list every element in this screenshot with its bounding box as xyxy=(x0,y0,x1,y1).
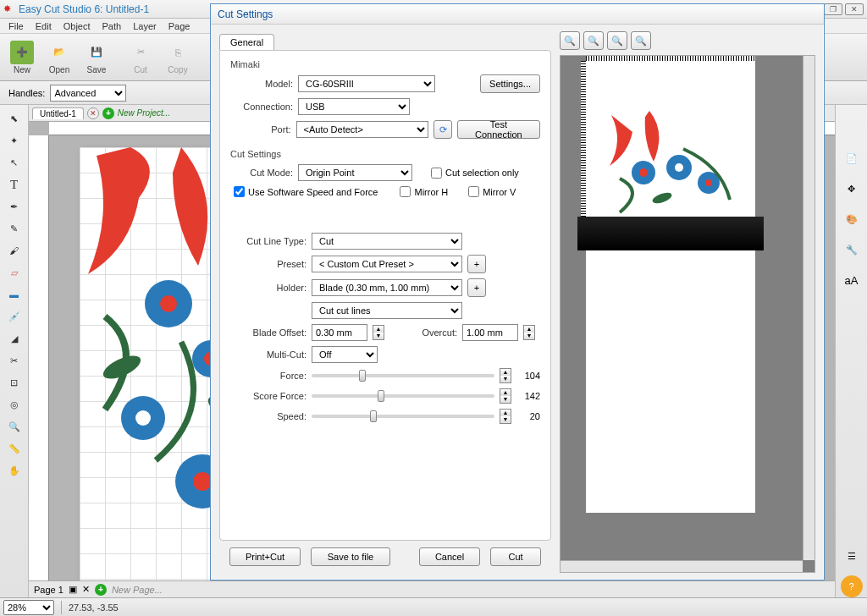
gradient-tool[interactable]: ◢ xyxy=(4,328,25,349)
window-title: Easy Cut Studio 6: Untitled-1 xyxy=(19,3,149,15)
zoom-out-button[interactable]: 🔍 xyxy=(583,31,604,50)
tab-untitled[interactable]: Untitled-1 xyxy=(32,107,84,119)
multicut-select[interactable]: Off xyxy=(312,346,378,363)
preview-scrollbar-v[interactable] xyxy=(803,56,815,560)
cancel-button[interactable]: Cancel xyxy=(419,547,480,566)
speed-spinner[interactable]: ▲▼ xyxy=(500,409,511,424)
scoreforce-spinner[interactable]: ▲▼ xyxy=(500,388,511,404)
pen-tool[interactable]: ✒ xyxy=(4,196,25,217)
zoom-fit-button[interactable]: 🔍 xyxy=(607,31,627,50)
toolbar-save[interactable]: 💾Save xyxy=(78,41,115,74)
cut-preview[interactable] xyxy=(560,55,815,573)
cutmode-select[interactable]: Origin Point xyxy=(298,164,412,181)
offset-input[interactable] xyxy=(312,324,367,341)
cut-button[interactable]: Cut xyxy=(490,547,541,566)
dialog-button-row: Print+Cut Save to file Cancel Cut xyxy=(219,541,551,573)
menu-edit[interactable]: Edit xyxy=(30,21,57,31)
offset-spinner[interactable]: ▲▼ xyxy=(373,325,384,340)
page-add-icon[interactable]: + xyxy=(95,584,107,596)
text-panel-icon[interactable]: aA xyxy=(841,269,863,291)
preview-scrollbar-h[interactable] xyxy=(561,560,803,572)
brush-tool[interactable]: 🖌 xyxy=(4,240,25,261)
zoom-sel-icon: 🔍 xyxy=(635,36,647,47)
toolbar-open[interactable]: 📂Open xyxy=(41,41,78,74)
overcut-input[interactable] xyxy=(462,324,518,341)
close-button[interactable]: ✕ xyxy=(845,3,864,15)
force-slider[interactable] xyxy=(312,374,494,377)
mirror-h-checkbox[interactable]: Mirror H xyxy=(400,186,448,197)
cut-selection-checkbox[interactable]: Cut selection only xyxy=(431,168,519,179)
holder2-select[interactable]: Cut cut lines xyxy=(312,302,462,319)
mirror-v-checkbox[interactable]: Mirror V xyxy=(468,186,516,197)
tab-new-label[interactable]: New Project... xyxy=(118,108,170,118)
preview-artwork xyxy=(603,107,738,217)
use-software-speed-checkbox[interactable]: Use Software Speed and Force xyxy=(234,186,378,197)
zoom-select[interactable]: 28% xyxy=(3,600,54,615)
holder-select[interactable]: Blade (0.30 mm, 1.00 mm) xyxy=(312,279,462,296)
preview-ruler-left xyxy=(581,61,586,230)
speed-slider[interactable] xyxy=(312,415,494,418)
page-label[interactable]: Page 1 xyxy=(34,585,64,595)
preset-add-button[interactable]: + xyxy=(467,255,486,273)
eyedropper-tool[interactable]: 💉 xyxy=(4,306,25,327)
tab-add-icon[interactable]: + xyxy=(102,107,114,119)
scoreforce-slider[interactable] xyxy=(312,394,494,398)
knife-tool[interactable]: ✂ xyxy=(4,350,25,371)
menu-file[interactable]: File xyxy=(3,21,29,31)
savefile-button[interactable]: Save to file xyxy=(311,547,390,566)
edit-tool[interactable]: ✦ xyxy=(4,130,25,151)
port-select[interactable]: <Auto Detect> xyxy=(296,121,429,138)
tab-close-icon[interactable]: ✕ xyxy=(87,107,99,119)
page-close-icon[interactable]: ✕ xyxy=(82,584,90,595)
preset-select[interactable]: < Custom Cut Preset > xyxy=(312,256,462,272)
shape-tool[interactable]: ◎ xyxy=(4,394,25,415)
move-panel-icon[interactable]: ✥ xyxy=(841,178,863,200)
right-toolbox: 📄 ✥ 🎨 🔧 aA ☰ ? xyxy=(835,105,867,597)
select-tool[interactable]: ⬉ xyxy=(4,108,25,129)
preview-ruler-top xyxy=(586,56,755,61)
page-new-label[interactable]: New Page... xyxy=(112,585,163,595)
help-icon[interactable]: ? xyxy=(841,575,863,597)
menu-page[interactable]: Page xyxy=(163,21,196,31)
zoom-sel-button[interactable]: 🔍 xyxy=(631,31,651,50)
svg-point-1 xyxy=(160,295,177,312)
left-toolbox: ⬉ ✦ ↖ T ✒ ✎ 🖌 ▱ ▬ 💉 ◢ ✂ ⊡ ◎ 🔍 📏 ✋ xyxy=(0,105,29,597)
toolbar-copy[interactable]: ⎘Copy xyxy=(159,41,196,74)
toolbar-cut[interactable]: ✂Cut xyxy=(122,41,159,74)
layers-panel-icon[interactable]: ☰ xyxy=(841,545,863,567)
ruler-tool[interactable]: 📏 xyxy=(4,438,25,459)
force-spinner[interactable]: ▲▼ xyxy=(500,368,511,383)
tab-general[interactable]: General xyxy=(219,34,274,50)
zoom-fit-icon: 🔍 xyxy=(611,36,623,47)
page-options-icon[interactable]: ▣ xyxy=(69,584,77,595)
color-panel-icon[interactable]: 🎨 xyxy=(841,208,863,230)
pointer-tool[interactable]: ↖ xyxy=(4,152,25,173)
port-label: Port: xyxy=(230,124,291,135)
menu-layer[interactable]: Layer xyxy=(128,21,162,31)
holder-add-button[interactable]: + xyxy=(467,278,486,297)
connection-select[interactable]: USB xyxy=(298,98,410,115)
speed-value: 20 xyxy=(516,411,540,421)
printcut-button[interactable]: Print+Cut xyxy=(229,547,301,566)
settings-button[interactable]: Settings... xyxy=(480,74,540,93)
refresh-port-button[interactable]: ⟳ xyxy=(434,120,451,139)
node-tool[interactable]: ⊡ xyxy=(4,372,25,393)
text-tool[interactable]: T xyxy=(4,174,25,195)
pencil-tool[interactable]: ✎ xyxy=(4,218,25,239)
zoom-tool[interactable]: 🔍 xyxy=(4,416,25,437)
hand-tool[interactable]: ✋ xyxy=(4,460,25,481)
maximize-button[interactable]: ❐ xyxy=(824,3,842,15)
zoom-in-button[interactable]: 🔍 xyxy=(560,31,580,50)
rect-tool[interactable]: ▬ xyxy=(4,284,25,305)
menu-object[interactable]: Object xyxy=(58,21,96,31)
test-connection-button[interactable]: Test Connection xyxy=(457,120,540,139)
toolbar-new[interactable]: ➕New xyxy=(3,41,41,74)
overcut-spinner[interactable]: ▲▼ xyxy=(523,325,535,340)
settings-panel-icon[interactable]: 🔧 xyxy=(841,239,863,261)
model-select[interactable]: CG-60SRIII xyxy=(298,75,435,92)
eraser-tool[interactable]: ▱ xyxy=(4,262,25,283)
handles-select[interactable]: Advanced xyxy=(50,85,126,102)
menu-path[interactable]: Path xyxy=(97,21,127,31)
linetype-select[interactable]: Cut xyxy=(312,233,462,250)
document-panel-icon[interactable]: 📄 xyxy=(841,147,863,169)
